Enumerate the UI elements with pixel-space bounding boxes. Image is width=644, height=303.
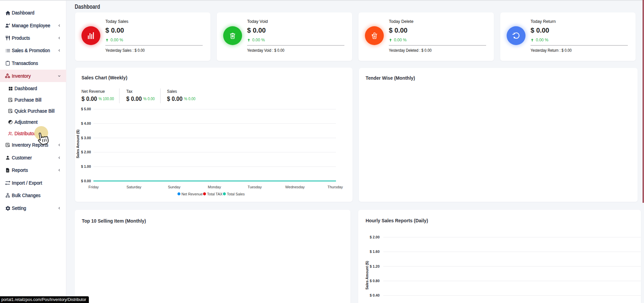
svg-text:Saturday: Saturday [126, 185, 141, 189]
svg-text:$ 1.20: $ 1.20 [370, 264, 379, 268]
svg-text:Sunday: Sunday [168, 185, 180, 189]
svg-text:$ 1.60: $ 1.60 [370, 250, 379, 254]
svg-text:Thursday: Thursday [327, 185, 343, 189]
svg-text:$ 5.00: $ 5.00 [81, 107, 91, 111]
svg-text:$ 2.00: $ 2.00 [370, 235, 379, 239]
svg-text:Sales Amount ($): Sales Amount ($) [75, 129, 79, 158]
svg-text:Net Revenue: Net Revenue [181, 192, 203, 196]
svg-text:Total Sales: Total Sales [227, 192, 245, 196]
svg-text:Sales Amount ($): Sales Amount ($) [365, 261, 369, 289]
svg-text:$ 0.00: $ 0.00 [81, 179, 91, 183]
svg-text:$ 0.80: $ 0.80 [370, 278, 379, 282]
svg-text:$ 4.00: $ 4.00 [81, 121, 91, 125]
svg-text:$ 0.40: $ 0.40 [370, 293, 379, 297]
svg-text:Tuesday: Tuesday [247, 185, 262, 189]
svg-text:Friday: Friday [88, 185, 99, 189]
svg-text:$ 1.00: $ 1.00 [81, 164, 91, 168]
svg-text:$ 3.00: $ 3.00 [81, 136, 91, 140]
svg-text:Total TAX: Total TAX [207, 192, 223, 196]
svg-text:$ 2.00: $ 2.00 [81, 150, 91, 154]
svg-text:Monday: Monday [208, 185, 221, 189]
svg-text:Wednesday: Wednesday [285, 185, 305, 189]
